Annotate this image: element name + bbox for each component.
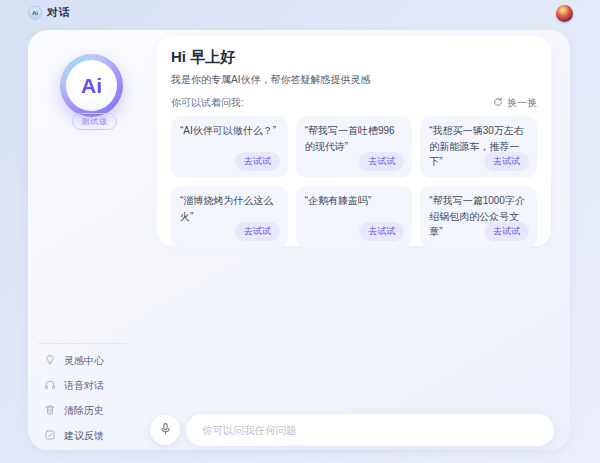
suggestion-text: “AI伙伴可以做什么？” [180, 123, 279, 139]
try-it-button[interactable]: 去试试 [484, 222, 529, 241]
topbar: Ai 对话 [0, 0, 600, 28]
nav-dialogue[interactable]: Ai 对话 [28, 5, 70, 20]
refresh-suggestions-button[interactable]: 换一换 [493, 96, 537, 110]
beta-badge: 测试版 [72, 113, 117, 130]
microphone-icon [159, 422, 172, 438]
try-it-button[interactable]: 去试试 [359, 222, 404, 241]
suggestion-card[interactable]: “企鹅有膝盖吗” 去试试 [296, 186, 413, 248]
suggestion-card[interactable]: “我想买一辆30万左右的新能源车，推荐一下” 去试试 [420, 116, 537, 178]
sidebar-item-clear-history[interactable]: 清除历史 [44, 404, 104, 417]
user-avatar[interactable] [556, 5, 573, 22]
suggestion-card[interactable]: “AI伙伴可以做什么？” 去试试 [171, 116, 288, 178]
sidebar-item-inspiration[interactable]: 灵感中心 [44, 354, 104, 367]
sidebar-divider [38, 343, 127, 344]
suggestion-card[interactable]: “淄博烧烤为什么这么火” 去试试 [171, 186, 288, 248]
refresh-icon [493, 97, 503, 109]
greeting-card: Hi 早上好 我是你的专属AI伙伴，帮你答疑解惑提供灵感 你可以试着问我: 换一… [157, 36, 551, 246]
app-title: 对话 [47, 5, 70, 20]
main-panel: Ai 测试版 灵感中心 语音对话 [28, 30, 570, 450]
sidebar-item-voice[interactable]: 语音对话 [44, 379, 104, 392]
feedback-icon [44, 427, 56, 445]
sidebar-item-feedback[interactable]: 建议反馈 [44, 429, 104, 442]
lightbulb-icon [44, 352, 56, 370]
suggestion-card[interactable]: “帮我写一篇1000字介绍锅包肉的公众号文章” 去试试 [420, 186, 537, 248]
ai-logo-text: Ai [66, 60, 117, 111]
app-logo-icon: Ai [28, 6, 42, 20]
suggestion-card[interactable]: “帮我写一首吐槽996的现代诗” 去试试 [296, 116, 413, 178]
greeting-subtitle: 我是你的专属AI伙伴，帮你答疑解惑提供灵感 [171, 73, 537, 87]
refresh-label: 换一换 [507, 96, 537, 110]
ai-logo-icon: Ai [60, 54, 123, 117]
sidebar-item-label: 灵感中心 [64, 354, 104, 368]
try-it-button[interactable]: 去试试 [235, 152, 280, 171]
sidebar-menu: 灵感中心 语音对话 清除历史 建议反馈 [44, 354, 104, 442]
sidebar-item-label: 语音对话 [64, 379, 104, 393]
suggestion-text: “淄博烧烤为什么这么火” [180, 193, 279, 224]
microphone-button[interactable] [150, 415, 180, 445]
suggestion-text: “企鹅有膝盖吗” [305, 193, 404, 209]
sidebar-item-label: 建议反馈 [64, 429, 104, 443]
suggestion-grid: “AI伙伴可以做什么？” 去试试 “帮我写一首吐槽996的现代诗” 去试试 “我… [171, 116, 537, 248]
trash-icon [44, 402, 56, 420]
try-it-button[interactable]: 去试试 [359, 152, 404, 171]
greeting-title: Hi 早上好 [171, 48, 537, 66]
sidebar-item-label: 清除历史 [64, 404, 104, 418]
headphones-icon [44, 377, 56, 395]
try-it-button[interactable]: 去试试 [484, 152, 529, 171]
prompt-label: 你可以试着问我: [171, 96, 244, 110]
suggestion-text: “帮我写一首吐槽996的现代诗” [305, 123, 404, 154]
message-input[interactable] [186, 414, 554, 446]
try-it-button[interactable]: 去试试 [235, 222, 280, 241]
